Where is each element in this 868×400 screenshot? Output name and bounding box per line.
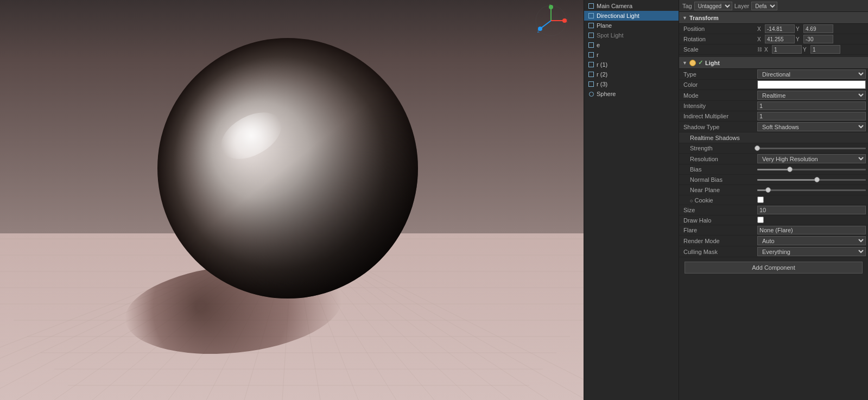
- light-cookie-checkbox[interactable]: [757, 196, 764, 203]
- hierarchy-icon-r: [587, 51, 595, 59]
- hierarchy-label-directional-light: Directional Light: [597, 12, 639, 19]
- light-enabled-check[interactable]: ✓: [698, 59, 703, 66]
- hierarchy-icon-plane: [587, 22, 595, 29]
- hierarchy-label-r3: r (3): [597, 81, 607, 87]
- position-row: Position X Y: [679, 24, 868, 34]
- light-header-icons: [689, 60, 696, 66]
- light-resolution-value: Very High Resolution: [757, 154, 866, 163]
- tag-label: Tag: [682, 3, 692, 9]
- light-indirect-label: Indirect Multiplier: [681, 113, 757, 119]
- light-color-swatch[interactable]: [757, 80, 866, 89]
- light-strength-slider[interactable]: [757, 144, 866, 153]
- hierarchy-item-r3[interactable]: r (3): [584, 79, 679, 89]
- light-culling-mask-dropdown[interactable]: Everything: [757, 247, 866, 256]
- light-normal-bias-slider[interactable]: [757, 175, 866, 184]
- light-flare-label: Flare: [681, 227, 757, 233]
- realtime-shadows-label: Realtime Shadows: [683, 135, 740, 141]
- light-near-plane-slider[interactable]: [757, 186, 866, 194]
- hierarchy-item-main-camera[interactable]: Main Camera: [584, 1, 679, 11]
- scale-fields: ⛓ X Y: [757, 45, 866, 54]
- light-cookie-label: ○ Cookie: [681, 197, 757, 204]
- light-type-value: Directional: [757, 69, 866, 79]
- light-indirect-input[interactable]: [757, 112, 866, 120]
- light-bulb-icon: [689, 60, 696, 66]
- hierarchy-item-directional-light[interactable]: Directional Light: [584, 11, 679, 21]
- hierarchy-icon-directional-light: [587, 12, 595, 20]
- light-title: Light: [705, 60, 720, 66]
- light-normal-bias-row: Normal Bias: [679, 175, 868, 185]
- light-bias-slider[interactable]: [757, 165, 866, 174]
- light-type-label: Type: [681, 71, 757, 78]
- hierarchy-item-r1[interactable]: r (1): [584, 60, 679, 69]
- scale-y-field: Y: [803, 45, 840, 54]
- add-component-button[interactable]: Add Component: [685, 262, 863, 274]
- hierarchy-label-spot-light: Spot Light: [597, 32, 624, 39]
- light-mode-row: Mode Realtime: [679, 90, 868, 101]
- light-resolution-dropdown[interactable]: Very High Resolution: [757, 154, 866, 163]
- light-intensity-input[interactable]: [757, 101, 866, 110]
- hierarchy-item-r2[interactable]: r (2): [584, 69, 679, 79]
- hierarchy-icon-r3: [587, 80, 595, 88]
- hierarchy-item-sphere[interactable]: Sphere: [584, 89, 679, 99]
- light-size-input[interactable]: [757, 206, 866, 214]
- rotation-x-input[interactable]: [765, 35, 795, 43]
- position-x-input[interactable]: [765, 24, 795, 33]
- layer-dropdown[interactable]: Defa: [751, 2, 777, 10]
- rotation-fields: X Y: [757, 35, 866, 43]
- light-intensity-label: Intensity: [681, 103, 757, 109]
- svg-text:Z: Z: [537, 29, 540, 33]
- light-culling-mask-row: Culling Mask Everything: [679, 246, 868, 257]
- light-culling-mask-value: Everything: [757, 247, 866, 256]
- transform-header[interactable]: ▼ Transform: [679, 12, 868, 24]
- hierarchy-label-r: r: [597, 52, 599, 58]
- hierarchy-item-spot-light[interactable]: Spot Light: [584, 30, 679, 40]
- hierarchy-item-e[interactable]: e: [584, 40, 679, 50]
- position-fields: X Y: [757, 24, 866, 33]
- light-mode-dropdown[interactable]: Realtime: [757, 91, 866, 100]
- light-render-mode-dropdown[interactable]: Auto: [757, 236, 866, 245]
- light-normal-bias-label: Normal Bias: [681, 176, 757, 183]
- light-flare-input[interactable]: [757, 226, 866, 234]
- light-size-label: Size: [681, 207, 757, 213]
- realtime-shadows-header: Realtime Shadows: [679, 132, 868, 143]
- light-flare-row: Flare: [679, 225, 868, 236]
- hierarchy-label-plane: Plane: [597, 22, 612, 29]
- scale-y-input[interactable]: [810, 45, 840, 54]
- light-resolution-row: Resolution Very High Resolution: [679, 154, 868, 164]
- light-header[interactable]: ▼ ✓ Light: [679, 57, 868, 69]
- hierarchy-icon-spot-light: [587, 31, 595, 39]
- hierarchy-label-main-camera: Main Camera: [597, 3, 632, 9]
- transform-collapse-arrow: ▼: [682, 15, 687, 21]
- position-label: Position: [681, 26, 757, 32]
- scale-y-label: Y: [803, 47, 809, 53]
- scene-gizmo[interactable]: Y X Z: [535, 4, 567, 37]
- rotation-x-label: X: [757, 36, 764, 42]
- hierarchy-item-plane[interactable]: Plane: [584, 21, 679, 30]
- light-color-label: Color: [681, 81, 757, 88]
- inspector-panel: Tag Untagged Layer Defa ▼ Transform Posi…: [679, 0, 868, 400]
- position-y-field: Y: [796, 24, 833, 33]
- rotation-y-input[interactable]: [803, 35, 833, 43]
- light-shadow-type-dropdown[interactable]: Soft Shadows: [757, 122, 866, 131]
- light-mode-value: Realtime: [757, 91, 866, 100]
- light-bias-row: Bias: [679, 164, 868, 175]
- scene-viewport[interactable]: Y X Z: [0, 0, 584, 400]
- light-draw-halo-checkbox[interactable]: [757, 217, 764, 223]
- light-size-row: Size: [679, 205, 868, 215]
- hierarchy-item-r[interactable]: r: [584, 50, 679, 60]
- scale-label: Scale: [681, 46, 757, 53]
- light-draw-halo-value: [757, 217, 866, 224]
- light-type-dropdown[interactable]: Directional: [757, 69, 866, 79]
- light-intensity-value: [757, 101, 866, 110]
- light-shadow-type-label: Shadow Type: [681, 124, 757, 130]
- position-y-input[interactable]: [803, 24, 833, 33]
- tag-dropdown[interactable]: Untagged: [694, 2, 732, 10]
- light-size-value: [757, 206, 866, 214]
- hierarchy-icon-r1: [587, 61, 595, 68]
- light-mode-label: Mode: [681, 92, 757, 99]
- light-render-mode-label: Render Mode: [681, 238, 757, 244]
- scale-x-input[interactable]: [772, 45, 802, 54]
- light-cookie-row: ○ Cookie: [679, 195, 868, 205]
- scene-canvas: [0, 0, 584, 400]
- hierarchy-panel: Main CameraDirectional LightPlaneSpot Li…: [584, 0, 679, 400]
